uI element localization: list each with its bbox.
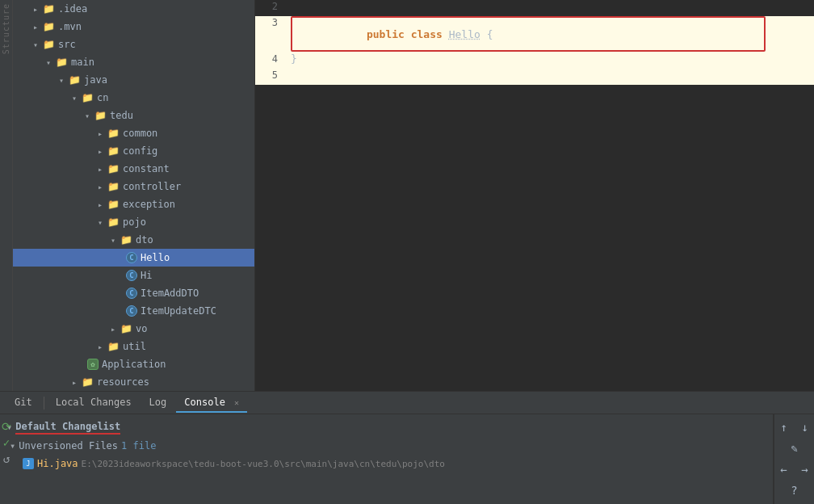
git-refresh-btn[interactable]: ⟳: [2, 420, 11, 433]
structure-bar: Structure: [0, 0, 13, 391]
toolbar-btn-edit[interactable]: ✎: [785, 439, 804, 458]
folder-icon-idea: 📁: [42, 2, 55, 15]
tree-label-hi: Hi: [141, 270, 152, 281]
changelist-panel: ▾ Default Changelist ▾ Unversioned Files…: [0, 414, 774, 504]
class-icon-application: ✿: [87, 359, 99, 370]
line-code-4: }: [287, 52, 814, 69]
tree-item-hi[interactable]: C Hi: [13, 267, 254, 284]
folder-icon-vo: 📁: [120, 322, 132, 335]
arrow-src: [29, 38, 42, 51]
tree-item-common[interactable]: 📁 common: [13, 124, 254, 142]
arrow-cn: [68, 91, 81, 104]
toolbar-btn-down[interactable]: ↓: [795, 418, 815, 437]
tree-item-constant[interactable]: 📁 constant: [13, 160, 254, 178]
tree-item-itemupdatedto[interactable]: C ItemUpdateDTC: [13, 302, 254, 320]
tree-label-config: config: [123, 145, 157, 157]
git-check-btn[interactable]: ✓: [3, 436, 10, 449]
folder-icon-common: 📁: [107, 127, 120, 140]
kw-public: public: [367, 28, 411, 40]
toolbar-row-3: ← →: [774, 460, 815, 479]
toolbar-btn-up[interactable]: ↑: [774, 418, 794, 437]
arrow-java: [55, 74, 68, 86]
arrow-resources: [68, 376, 81, 388]
tree-item-itemadddto[interactable]: C ItemAddDTO: [13, 284, 254, 302]
tab-log-label: Log: [149, 397, 167, 408]
tree-item-exception[interactable]: 📁 exception: [13, 195, 254, 213]
bottom-content-area: ▾ Default Changelist ▾ Unversioned Files…: [0, 414, 814, 504]
file-path-hi: E:\2023ideaworkspace\tedu-boot-vue3.0\sr…: [82, 459, 445, 469]
folder-icon-pojo: 📁: [107, 216, 120, 229]
tree-item-hello[interactable]: C Hello: [13, 249, 254, 267]
toolbar-btn-forward[interactable]: →: [795, 460, 815, 479]
bottom-panel: Git Local Changes Log Console ✕ ▾ Defaul…: [0, 391, 814, 504]
tree-item-pojo[interactable]: 📁 pojo: [13, 213, 254, 231]
file-icon-java: J: [23, 458, 34, 469]
tab-console-close[interactable]: ✕: [234, 398, 239, 407]
arrow-main: [42, 56, 55, 69]
main-area: Structure 📁 .idea 📁 .mvn 📁: [0, 0, 814, 391]
tree-label-hello: Hello: [141, 252, 170, 263]
line-num-4: 4: [255, 52, 287, 69]
toolbar-btn-back[interactable]: ←: [774, 460, 794, 479]
line-code-3: public class Hello {: [287, 16, 814, 52]
class-icon-hi: C: [126, 270, 137, 281]
tree-item-idea[interactable]: 📁 .idea: [13, 0, 254, 18]
tree-label-java: java: [84, 74, 107, 86]
tree-item-dto[interactable]: 📁 dto: [13, 231, 254, 249]
tree-item-cn[interactable]: 📁 cn: [13, 89, 254, 107]
tab-git[interactable]: Git: [6, 393, 40, 413]
changelist-title: Default Changelist: [15, 421, 120, 435]
folder-icon-main: 📁: [55, 56, 68, 69]
class-icon-hello: C: [126, 252, 137, 263]
tree-label-util: util: [123, 341, 146, 352]
arrow-idea: [29, 2, 42, 15]
line-num-2: 2: [255, 0, 287, 16]
folder-icon-constant: 📁: [107, 162, 120, 175]
tree-item-util[interactable]: 📁 util: [13, 338, 254, 355]
toolbar-row-2: ✎: [785, 439, 804, 458]
tree-item-src[interactable]: 📁 src: [13, 36, 254, 53]
arrow-util: [94, 340, 107, 353]
tree-label-constant: constant: [123, 163, 170, 174]
editor-content[interactable]: 2 3 public class Hello { 4 } 5: [255, 0, 814, 391]
kw-class: class: [411, 28, 449, 40]
tree-item-application[interactable]: ✿ Application: [13, 355, 254, 373]
tab-local-changes[interactable]: Local Changes: [48, 393, 140, 413]
code-line-2: 2: [255, 0, 814, 16]
tree-item-config[interactable]: 📁 config: [13, 142, 254, 160]
tab-divider: [44, 397, 44, 410]
file-row-hi[interactable]: J Hi.java E:\2023ideaworkspace\tedu-boot…: [3, 455, 770, 472]
tab-console-label: Console: [184, 397, 225, 408]
arrow-mvn: [29, 20, 42, 33]
tree-label-resources: resources: [97, 376, 149, 388]
arrow-controller: [94, 180, 107, 193]
tree-item-mvn[interactable]: 📁 .mvn: [13, 18, 254, 36]
unversioned-files-row: ▾ Unversioned Files 1 file: [3, 437, 770, 455]
arrow-constant: [94, 162, 107, 175]
folder-icon-src: 📁: [42, 38, 55, 51]
tab-local-changes-label: Local Changes: [56, 397, 132, 408]
folder-icon-dto: 📁: [120, 233, 132, 246]
tree-item-resources[interactable]: 📁 resources: [13, 373, 254, 391]
changelist-header: ▾ Default Changelist: [3, 418, 770, 437]
bottom-toolbar: ↑ ↓ ✎ ← → ?: [774, 414, 814, 504]
line-code-2: [287, 0, 814, 16]
tree-label-controller: controller: [123, 181, 181, 192]
tab-log[interactable]: Log: [141, 393, 175, 413]
structure-label: Structure: [2, 3, 10, 54]
tree-item-main[interactable]: 📁 main: [13, 53, 254, 71]
tree-label-main: main: [71, 57, 94, 68]
folder-icon-tedu: 📁: [94, 109, 107, 122]
arrow-config: [94, 145, 107, 158]
tree-item-controller[interactable]: 📁 controller: [13, 178, 254, 195]
tree-item-tedu[interactable]: 📁 tedu: [13, 107, 254, 124]
toolbar-btn-help[interactable]: ?: [785, 481, 804, 500]
tree-item-java[interactable]: 📁 java: [13, 71, 254, 89]
tree-item-vo[interactable]: 📁 vo: [13, 320, 254, 338]
tab-console[interactable]: Console ✕: [176, 393, 247, 413]
brace-open: {: [480, 28, 493, 40]
tree-label-itemadddto: ItemAddDTO: [141, 288, 199, 299]
git-rollback-btn[interactable]: ↺: [3, 452, 10, 465]
file-count: 1 file: [121, 440, 156, 452]
folder-icon-controller: 📁: [107, 180, 120, 193]
